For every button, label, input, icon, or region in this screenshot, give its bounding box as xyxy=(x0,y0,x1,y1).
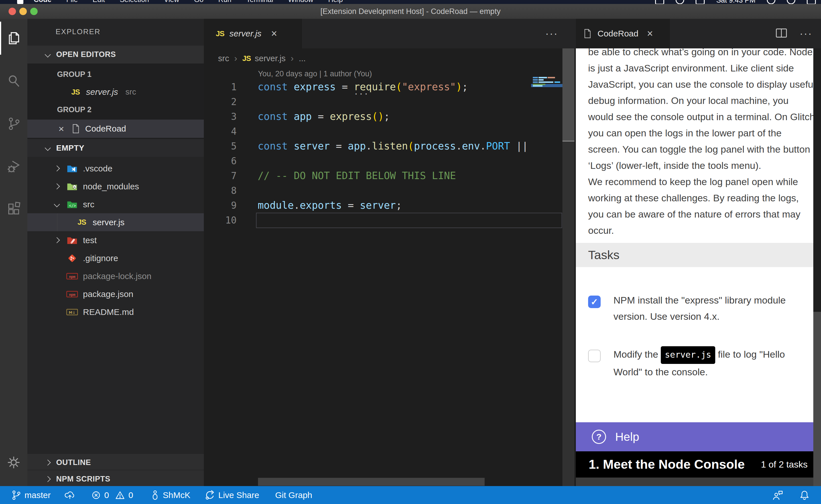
tab-serverjs[interactable]: JS server.js × xyxy=(204,19,302,48)
extensions-icon[interactable] xyxy=(0,192,27,226)
git-graph-button[interactable]: Git Graph xyxy=(275,490,312,500)
tree-item-node-modules[interactable]: jsnode_modules xyxy=(27,177,204,195)
menu-item-terminal[interactable]: Terminal xyxy=(246,0,273,4)
code-line-6[interactable]: 6 xyxy=(204,153,576,168)
paragraph-line: screen. You can toggle the log panel wit… xyxy=(588,141,813,157)
menu-item-run[interactable]: Run xyxy=(219,0,232,4)
menu-item-file[interactable]: File xyxy=(66,0,78,4)
code-area[interactable]: 1const express = require("express");23co… xyxy=(204,79,576,228)
editor-vertical-scrollbar[interactable] xyxy=(562,48,574,486)
sync-changes-button[interactable] xyxy=(64,490,75,500)
open-editor-name: server.js xyxy=(86,87,118,97)
chevron-down-icon xyxy=(45,145,51,151)
code-line-8[interactable]: 8 xyxy=(204,183,576,198)
task-description: NPM install the "express" library module… xyxy=(613,292,810,325)
notifications-bell-icon[interactable] xyxy=(799,490,810,501)
paragraph-line: occur. xyxy=(588,222,813,239)
code-line-1[interactable]: 1const express = require("express"); xyxy=(204,79,576,94)
vscode-file-icon xyxy=(66,164,78,173)
paragraph-line: you can open the logs in the lower part … xyxy=(588,125,813,141)
problems-status[interactable]: 0 0 xyxy=(91,490,133,500)
editor-horizontal-scrollbar[interactable] xyxy=(258,478,485,486)
close-window-button[interactable] xyxy=(9,8,16,15)
file-icon xyxy=(584,29,591,38)
menu-item-go[interactable]: Go xyxy=(194,0,203,4)
tab-coderoad[interactable]: CodeRoad × xyxy=(576,19,670,48)
code-line-2[interactable]: 2 xyxy=(204,94,576,109)
user-account-status[interactable]: ShMcK xyxy=(151,490,190,501)
tree-item-src[interactable]: </>src xyxy=(27,195,204,213)
breadcrumb-file[interactable]: server.js xyxy=(255,54,286,63)
git-branch-status[interactable]: master xyxy=(11,490,51,500)
help-bar[interactable]: ? Help xyxy=(576,422,813,451)
tree-item-test[interactable]: test xyxy=(27,231,204,249)
task-checkbox-checked[interactable]: ✓ xyxy=(588,296,600,308)
paragraph-line: you can be aware of the nature of errors… xyxy=(588,206,813,222)
webview-scrollbar[interactable] xyxy=(813,48,821,486)
open-editor-coderoad[interactable]: × CodeRoad xyxy=(27,120,204,138)
run-debug-icon[interactable] xyxy=(0,150,27,183)
minimap[interactable] xyxy=(531,48,562,162)
code-line-3[interactable]: 3const app = express(); xyxy=(204,109,576,124)
code-line-9[interactable]: 9module.exports = server; xyxy=(204,198,576,213)
code-line-10[interactable]: 10 xyxy=(204,213,576,228)
menu-item-edit[interactable]: Edit xyxy=(93,0,105,4)
scrollbar-thumb[interactable] xyxy=(813,48,821,312)
breadcrumb-symbol[interactable]: ... xyxy=(299,54,306,63)
menu-item-window[interactable]: Window xyxy=(288,0,313,4)
outline-section-header[interactable]: OUTLINE xyxy=(27,453,204,472)
close-icon[interactable]: × xyxy=(58,124,64,134)
task-description: Modify the server.js file to log "HelloW… xyxy=(613,346,810,380)
tree-item--vscode[interactable]: .vscode xyxy=(27,159,204,177)
tree-item-package-lock-json[interactable]: npmpackage-lock.json xyxy=(27,267,204,285)
source-control-icon[interactable] xyxy=(0,107,27,140)
menu-item-code[interactable]: Code xyxy=(34,0,52,4)
line-number: 1 xyxy=(204,81,237,93)
scrollbar-thumb[interactable] xyxy=(562,48,574,142)
code-line-4[interactable]: 4 xyxy=(204,124,576,139)
display-icon xyxy=(655,0,664,4)
paragraph-line: is just a JavaScript environment. Like c… xyxy=(588,60,813,76)
split-editor-icon[interactable] xyxy=(776,28,787,39)
vscode-window: CodeFileEditSelectionViewGoRunTerminalWi… xyxy=(0,0,821,504)
menu-item-selection[interactable]: Selection xyxy=(120,0,149,4)
tree-item-label: node_modules xyxy=(83,182,139,191)
lesson-title-bar: 1. Meet the Node Console 1 of 2 tasks xyxy=(576,451,813,478)
tree-item-package-json[interactable]: npmpackage.json xyxy=(27,285,204,303)
editor-more-actions-icon[interactable]: ··· xyxy=(545,19,558,48)
codelens-annotation[interactable]: You, 20 days ago | 1 author (You) xyxy=(258,69,372,78)
code-line-5[interactable]: 5const server = app.listen(process.env.P… xyxy=(204,139,576,153)
task-checkbox-unchecked[interactable] xyxy=(588,350,600,362)
settings-gear-icon[interactable] xyxy=(0,446,27,479)
tree-item--gitignore[interactable]: .gitignore xyxy=(27,249,204,267)
maximize-window-button[interactable] xyxy=(30,8,38,15)
close-tab-icon[interactable]: × xyxy=(647,28,653,39)
explorer-icon[interactable] xyxy=(0,22,27,55)
open-editor-name: CodeRoad xyxy=(85,124,126,134)
line-number: 7 xyxy=(204,170,237,181)
apple-menu-icon[interactable] xyxy=(17,0,23,4)
open-editor-serverjs[interactable]: JS server.js src xyxy=(27,83,204,101)
open-editors-header[interactable]: OPEN EDITORS xyxy=(27,46,204,63)
close-tab-icon[interactable]: × xyxy=(271,28,277,39)
menu-item-help[interactable]: Help xyxy=(328,0,343,4)
code-line-7[interactable]: 7// -- DO NOT EDIT BELOW THIS LINE xyxy=(204,168,576,183)
breadcrumb-folder[interactable]: src xyxy=(218,54,229,63)
search-icon[interactable] xyxy=(0,64,27,97)
live-share-button[interactable]: Live Share xyxy=(204,490,259,501)
tree-item-readme-md[interactable]: M↓README.md xyxy=(27,303,204,321)
error-count: 0 xyxy=(104,490,109,500)
workspace-folder-header[interactable]: EMPTY xyxy=(27,139,204,157)
menu-item-view[interactable]: View xyxy=(164,0,179,4)
npm-scripts-section-header[interactable]: NPM SCRIPTS xyxy=(27,470,204,486)
tree-item-label: package-lock.json xyxy=(83,271,151,281)
minimize-window-button[interactable] xyxy=(19,8,27,15)
breadcrumb[interactable]: src › JS server.js › ... xyxy=(204,48,576,68)
live-share-contacts-icon[interactable] xyxy=(772,490,783,501)
chevron-down-icon xyxy=(54,201,60,207)
panel-more-actions-icon[interactable]: ··· xyxy=(800,28,812,40)
code-text: const app = express(); xyxy=(258,111,390,122)
git-file-icon xyxy=(66,253,78,263)
tree-item-server-js[interactable]: JSserver.js xyxy=(27,213,204,231)
editor-group-2-label: GROUP 2 xyxy=(57,101,91,118)
